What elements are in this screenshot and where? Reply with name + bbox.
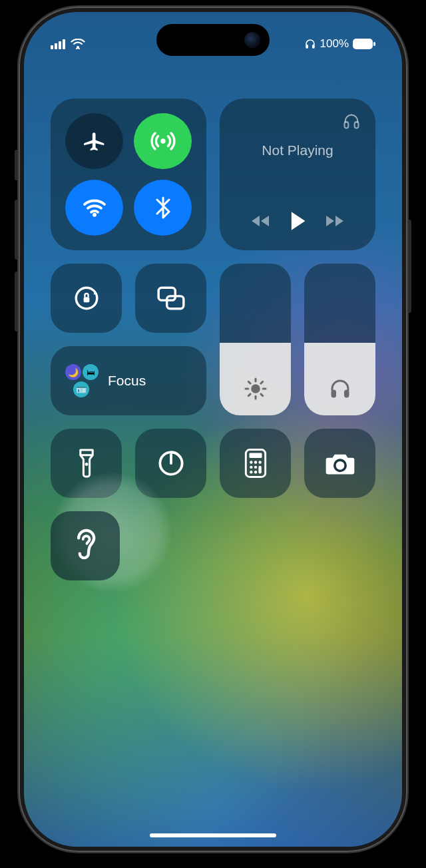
media-playback-tile[interactable]: Not Playing — [220, 99, 375, 250]
svg-point-37 — [254, 466, 256, 469]
svg-rect-27 — [344, 390, 349, 398]
svg-point-38 — [250, 471, 252, 473]
brightness-icon — [244, 377, 268, 401]
svg-point-34 — [254, 461, 256, 463]
orientation-lock-button[interactable] — [51, 264, 122, 333]
svg-rect-7 — [353, 39, 373, 49]
airplane-mode-button[interactable] — [65, 113, 123, 169]
wifi-button[interactable] — [65, 180, 123, 236]
screen-mirroring-button[interactable] — [135, 264, 206, 333]
cellular-antenna-icon — [150, 128, 176, 154]
play-button[interactable] — [288, 210, 308, 232]
svg-rect-5 — [306, 45, 308, 49]
calculator-icon — [244, 449, 267, 478]
rewind-button[interactable] — [249, 213, 272, 229]
hearing-button[interactable] — [51, 511, 120, 580]
svg-point-33 — [250, 461, 252, 463]
wifi-icon — [81, 194, 108, 221]
focus-button[interactable]: 🌙 🛏 🪪 Focus — [51, 346, 206, 415]
focus-mode-icons: 🌙 🛏 🪪 — [65, 364, 99, 397]
svg-point-36 — [250, 466, 252, 469]
flashlight-button[interactable] — [51, 429, 122, 498]
svg-rect-12 — [355, 122, 359, 128]
svg-point-4 — [77, 46, 79, 49]
airplane-icon — [82, 128, 107, 154]
svg-rect-6 — [312, 45, 315, 49]
svg-rect-40 — [258, 466, 261, 474]
bluetooth-button[interactable] — [134, 180, 192, 236]
svg-point-9 — [160, 138, 165, 143]
focus-label: Focus — [108, 373, 146, 389]
phone-frame: 100% — [19, 7, 407, 852]
svg-rect-11 — [345, 122, 349, 128]
bluetooth-icon — [151, 196, 175, 220]
camera-button[interactable] — [304, 429, 375, 498]
battery-icon — [353, 39, 375, 49]
dynamic-island — [156, 24, 270, 56]
connectivity-group[interactable] — [51, 99, 206, 250]
svg-line-25 — [260, 381, 262, 383]
battery-percent-label: 100% — [320, 37, 349, 51]
timer-icon — [157, 449, 185, 477]
svg-rect-3 — [63, 39, 65, 49]
ear-icon — [71, 527, 100, 564]
headphones-status-icon — [304, 38, 316, 50]
svg-rect-0 — [51, 45, 53, 49]
wifi-status-icon — [71, 39, 85, 49]
cellular-data-button[interactable] — [134, 113, 192, 169]
svg-rect-14 — [83, 297, 89, 302]
svg-rect-32 — [249, 453, 262, 458]
svg-rect-1 — [55, 43, 57, 49]
svg-point-10 — [93, 213, 97, 217]
screen-mirroring-icon — [156, 285, 186, 312]
svg-point-35 — [258, 461, 261, 463]
timer-button[interactable] — [135, 429, 206, 498]
front-camera — [244, 32, 260, 48]
control-center: Not Playing — [51, 99, 375, 820]
orientation-lock-icon — [73, 284, 101, 312]
headphones-icon — [328, 377, 352, 401]
svg-line-23 — [260, 394, 262, 396]
side-button-power — [407, 220, 411, 313]
fast-forward-button[interactable] — [323, 213, 346, 229]
media-title-label: Not Playing — [234, 142, 361, 158]
svg-point-17 — [251, 384, 260, 393]
calculator-button[interactable] — [220, 429, 291, 498]
svg-point-28 — [85, 463, 88, 466]
svg-rect-8 — [373, 42, 375, 46]
airplay-audio-icon[interactable] — [342, 112, 361, 130]
screen: 100% — [24, 12, 402, 847]
camera-icon — [325, 451, 355, 476]
svg-line-24 — [248, 394, 250, 396]
flashlight-icon — [77, 448, 96, 479]
volume-slider[interactable] — [304, 264, 375, 415]
svg-rect-26 — [331, 390, 336, 398]
brightness-slider[interactable] — [220, 264, 291, 415]
svg-rect-2 — [59, 41, 61, 49]
svg-line-22 — [248, 381, 250, 383]
svg-point-39 — [254, 471, 256, 473]
home-indicator[interactable] — [150, 833, 276, 837]
cellular-signal-icon — [51, 39, 67, 49]
